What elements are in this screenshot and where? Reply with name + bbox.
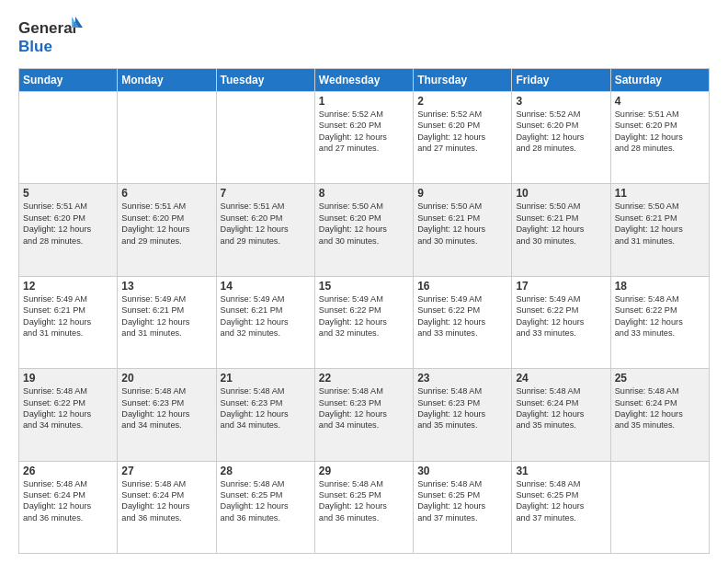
day-number: 16 [417, 280, 507, 293]
calendar-day-cell: 14Sunrise: 5:49 AM Sunset: 6:21 PM Dayli… [216, 276, 314, 368]
svg-text:General: General [18, 19, 76, 37]
calendar-day-cell: 6Sunrise: 5:51 AM Sunset: 6:20 PM Daylig… [118, 184, 216, 276]
calendar-day-header: Monday [118, 69, 216, 92]
day-number: 22 [319, 372, 409, 385]
calendar-day-cell [118, 92, 216, 184]
calendar-day-cell: 7Sunrise: 5:51 AM Sunset: 6:20 PM Daylig… [216, 184, 314, 276]
day-number: 9 [417, 187, 507, 200]
day-number: 26 [23, 465, 113, 477]
calendar-day-header: Friday [512, 69, 610, 92]
calendar-day-cell: 13Sunrise: 5:49 AM Sunset: 6:21 PM Dayli… [118, 276, 216, 368]
calendar-day-cell: 24Sunrise: 5:48 AM Sunset: 6:24 PM Dayli… [512, 369, 610, 461]
day-number: 10 [516, 187, 606, 200]
day-number: 25 [615, 372, 705, 385]
day-info: Sunrise: 5:48 AM Sunset: 6:23 PM Dayligh… [221, 385, 311, 431]
calendar-day-header: Tuesday [216, 69, 314, 92]
day-info: Sunrise: 5:48 AM Sunset: 6:23 PM Dayligh… [121, 385, 211, 431]
day-info: Sunrise: 5:50 AM Sunset: 6:20 PM Dayligh… [319, 201, 409, 247]
day-info: Sunrise: 5:48 AM Sunset: 6:25 PM Dayligh… [417, 478, 507, 524]
day-number: 23 [417, 372, 507, 385]
calendar-day-cell: 20Sunrise: 5:48 AM Sunset: 6:23 PM Dayli… [118, 369, 216, 461]
day-number: 6 [121, 187, 211, 200]
day-info: Sunrise: 5:48 AM Sunset: 6:23 PM Dayligh… [319, 385, 409, 431]
calendar-table: SundayMondayTuesdayWednesdayThursdayFrid… [18, 68, 710, 554]
day-number: 15 [319, 280, 409, 293]
day-number: 13 [121, 280, 211, 293]
calendar-day-cell: 31Sunrise: 5:48 AM Sunset: 6:25 PM Dayli… [512, 461, 610, 553]
calendar-day-cell [216, 92, 314, 184]
day-number: 7 [221, 187, 311, 200]
calendar-day-cell: 8Sunrise: 5:50 AM Sunset: 6:20 PM Daylig… [314, 184, 413, 276]
day-number: 1 [319, 95, 409, 108]
day-info: Sunrise: 5:48 AM Sunset: 6:25 PM Dayligh… [319, 478, 409, 524]
calendar-day-cell: 17Sunrise: 5:49 AM Sunset: 6:22 PM Dayli… [512, 276, 610, 368]
day-info: Sunrise: 5:48 AM Sunset: 6:22 PM Dayligh… [23, 385, 113, 431]
day-info: Sunrise: 5:50 AM Sunset: 6:21 PM Dayligh… [516, 201, 606, 247]
day-number: 28 [221, 465, 311, 477]
logo-container: General Blue [18, 15, 83, 59]
calendar-day-cell: 2Sunrise: 5:52 AM Sunset: 6:20 PM Daylig… [414, 92, 512, 184]
day-info: Sunrise: 5:48 AM Sunset: 6:25 PM Dayligh… [516, 478, 606, 524]
day-number: 4 [615, 95, 705, 108]
calendar-day-cell: 15Sunrise: 5:49 AM Sunset: 6:22 PM Dayli… [314, 276, 413, 368]
day-info: Sunrise: 5:51 AM Sunset: 6:20 PM Dayligh… [23, 201, 113, 247]
day-info: Sunrise: 5:49 AM Sunset: 6:22 PM Dayligh… [417, 293, 507, 339]
calendar-day-header: Wednesday [314, 69, 413, 92]
day-number: 19 [23, 372, 113, 385]
day-info: Sunrise: 5:51 AM Sunset: 6:20 PM Dayligh… [221, 201, 311, 247]
calendar-day-cell: 12Sunrise: 5:49 AM Sunset: 6:21 PM Dayli… [19, 276, 118, 368]
day-info: Sunrise: 5:48 AM Sunset: 6:24 PM Dayligh… [615, 385, 705, 431]
calendar-day-cell [610, 461, 709, 553]
logo: General Blue [18, 15, 83, 59]
calendar-day-cell: 27Sunrise: 5:48 AM Sunset: 6:24 PM Dayli… [118, 461, 216, 553]
calendar-day-cell [19, 92, 118, 184]
day-info: Sunrise: 5:50 AM Sunset: 6:21 PM Dayligh… [417, 201, 507, 247]
calendar-week-row: 12Sunrise: 5:49 AM Sunset: 6:21 PM Dayli… [19, 276, 710, 368]
calendar-day-cell: 1Sunrise: 5:52 AM Sunset: 6:20 PM Daylig… [314, 92, 413, 184]
day-info: Sunrise: 5:52 AM Sunset: 6:20 PM Dayligh… [319, 109, 409, 155]
day-info: Sunrise: 5:48 AM Sunset: 6:24 PM Dayligh… [23, 478, 113, 524]
calendar-day-cell: 29Sunrise: 5:48 AM Sunset: 6:25 PM Dayli… [314, 461, 413, 553]
day-number: 18 [615, 280, 705, 293]
day-info: Sunrise: 5:52 AM Sunset: 6:20 PM Dayligh… [516, 109, 606, 155]
day-number: 17 [516, 280, 606, 293]
day-number: 24 [516, 372, 606, 385]
calendar-week-row: 26Sunrise: 5:48 AM Sunset: 6:24 PM Dayli… [19, 461, 710, 553]
page: General Blue SundayMondayTuesdayWednesda… [0, 0, 728, 563]
calendar-day-cell: 26Sunrise: 5:48 AM Sunset: 6:24 PM Dayli… [19, 461, 118, 553]
calendar-day-cell: 16Sunrise: 5:49 AM Sunset: 6:22 PM Dayli… [414, 276, 512, 368]
day-info: Sunrise: 5:48 AM Sunset: 6:24 PM Dayligh… [516, 385, 606, 431]
calendar-week-row: 5Sunrise: 5:51 AM Sunset: 6:20 PM Daylig… [19, 184, 710, 276]
day-info: Sunrise: 5:49 AM Sunset: 6:22 PM Dayligh… [516, 293, 606, 339]
calendar-day-header: Thursday [414, 69, 512, 92]
calendar-header-row: SundayMondayTuesdayWednesdayThursdayFrid… [19, 69, 710, 92]
day-number: 11 [615, 187, 705, 200]
calendar-day-cell: 3Sunrise: 5:52 AM Sunset: 6:20 PM Daylig… [512, 92, 610, 184]
day-info: Sunrise: 5:48 AM Sunset: 6:23 PM Dayligh… [417, 385, 507, 431]
day-info: Sunrise: 5:51 AM Sunset: 6:20 PM Dayligh… [615, 109, 705, 155]
calendar-day-cell: 21Sunrise: 5:48 AM Sunset: 6:23 PM Dayli… [216, 369, 314, 461]
calendar-day-cell: 4Sunrise: 5:51 AM Sunset: 6:20 PM Daylig… [610, 92, 709, 184]
calendar-day-cell: 5Sunrise: 5:51 AM Sunset: 6:20 PM Daylig… [19, 184, 118, 276]
calendar-day-cell: 25Sunrise: 5:48 AM Sunset: 6:24 PM Dayli… [610, 369, 709, 461]
day-number: 27 [121, 465, 211, 477]
calendar-day-cell: 28Sunrise: 5:48 AM Sunset: 6:25 PM Dayli… [216, 461, 314, 553]
svg-text:Blue: Blue [18, 38, 52, 55]
calendar-day-cell: 23Sunrise: 5:48 AM Sunset: 6:23 PM Dayli… [414, 369, 512, 461]
day-info: Sunrise: 5:51 AM Sunset: 6:20 PM Dayligh… [121, 201, 211, 247]
day-number: 2 [417, 95, 507, 108]
day-number: 20 [121, 372, 211, 385]
day-number: 21 [221, 372, 311, 385]
day-number: 29 [319, 465, 409, 477]
calendar-day-cell: 11Sunrise: 5:50 AM Sunset: 6:21 PM Dayli… [610, 184, 709, 276]
day-info: Sunrise: 5:49 AM Sunset: 6:22 PM Dayligh… [319, 293, 409, 339]
calendar-week-row: 19Sunrise: 5:48 AM Sunset: 6:22 PM Dayli… [19, 369, 710, 461]
generalblue-logo-svg: General Blue [18, 15, 83, 59]
day-info: Sunrise: 5:48 AM Sunset: 6:24 PM Dayligh… [121, 478, 211, 524]
day-info: Sunrise: 5:48 AM Sunset: 6:25 PM Dayligh… [221, 478, 311, 524]
day-info: Sunrise: 5:49 AM Sunset: 6:21 PM Dayligh… [23, 293, 113, 339]
day-number: 31 [516, 465, 606, 477]
day-number: 8 [319, 187, 409, 200]
day-number: 5 [23, 187, 113, 200]
day-info: Sunrise: 5:48 AM Sunset: 6:22 PM Dayligh… [615, 293, 705, 339]
